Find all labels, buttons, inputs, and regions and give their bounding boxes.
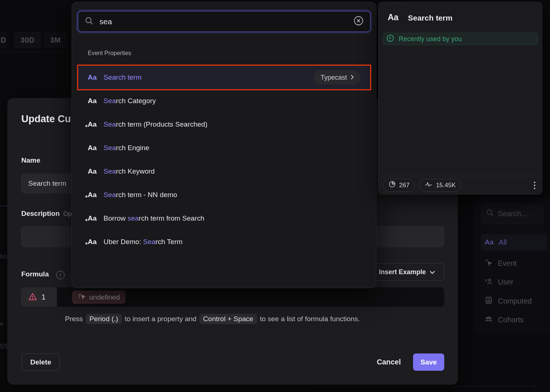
timeframe-button-3m[interactable]: 3M (44, 32, 67, 48)
sidebar-item-user[interactable]: User (481, 274, 547, 290)
custom-text-type-icon: Aa* (88, 120, 97, 128)
chart-gridline-fragment (0, 217, 7, 218)
section-label: Event Properties (88, 50, 131, 57)
property-title: Search term (408, 14, 452, 22)
chart-line-fragment (0, 206, 7, 206)
clock-icon (386, 34, 394, 44)
user-icon (485, 277, 493, 287)
info-icon[interactable]: i (56, 271, 65, 279)
chevron-down-icon (430, 268, 435, 276)
warning-icon (28, 293, 37, 302)
text-type-icon: Aa (388, 12, 398, 22)
custom-text-type-icon: Aa* (88, 214, 97, 222)
volume-stat-pill[interactable]: 15.45K (419, 179, 461, 192)
formula-hint: Press Period (.) to insert a property an… (65, 314, 432, 324)
result-row-search-term-nn-demo[interactable]: Aa* Search term - NN demo (78, 183, 370, 207)
custom-text-type-icon: Aa* (88, 191, 97, 199)
cancel-button[interactable]: Cancel (371, 353, 406, 371)
custom-property-icon (78, 293, 86, 301)
axis-label-partial-55: 55 (0, 342, 8, 351)
timeframe-button-partial[interactable]: D (0, 32, 7, 48)
save-button[interactable]: Save (413, 353, 444, 371)
calculator-icon (485, 296, 493, 306)
result-row-search-term-products[interactable]: Aa* Search term (Products Searched) (78, 113, 370, 136)
period-key-badge: Period (.) (86, 314, 122, 324)
result-row-borrow-search-term[interactable]: Aa* Borrow search term from Search (78, 207, 370, 230)
sidebar-item-event[interactable]: Event (481, 255, 547, 271)
modal-title: Update Cu (21, 113, 71, 125)
error-count-value: 1 (41, 293, 46, 301)
event-icon (485, 258, 493, 268)
formula-label: Formula (21, 270, 49, 278)
activity-icon (424, 181, 433, 189)
text-type-icon: Aa (88, 97, 97, 105)
pie-chart-icon (388, 181, 396, 190)
property-stats-footer: 267 15.45K (379, 176, 542, 194)
background-panel-line (534, 385, 535, 392)
typecast-button[interactable]: Typecast (314, 70, 361, 84)
text-type-icon: Aa (485, 238, 493, 246)
property-search-input[interactable] (99, 17, 348, 26)
undefined-property-token[interactable]: undefined (72, 291, 125, 304)
sidebar-item-computed[interactable]: Computed (481, 293, 547, 309)
text-type-icon: Aa (88, 73, 97, 81)
property-search-box[interactable] (78, 11, 370, 32)
custom-property-star: * (85, 124, 88, 131)
background-divider (0, 52, 72, 52)
insert-example-button[interactable]: Insert Example (370, 263, 444, 281)
text-type-icon: Aa (88, 144, 97, 152)
custom-property-star: * (85, 194, 88, 202)
property-type-sidebar: Aa All Event User Computed (474, 197, 550, 333)
property-detail-panel: Aa Search term Recently used by you 267 … (378, 2, 542, 195)
custom-property-star: * (85, 241, 88, 248)
background-panel-edge (308, 386, 536, 392)
results-list: Aa Search term Typecast Aa Search Catego… (78, 66, 370, 254)
name-label: Name (21, 156, 40, 164)
formula-error-count: 1 (21, 287, 57, 307)
axis-label-partial-e: e (0, 320, 3, 328)
delete-button[interactable]: Delete (22, 353, 60, 371)
result-row-uber-demo-search-term[interactable]: Aa* Uber Demo: Search Term (78, 230, 370, 254)
more-options-icon[interactable] (532, 179, 538, 191)
sidebar-search-input[interactable] (498, 210, 535, 218)
result-row-search-engine[interactable]: Aa Search Engine (78, 136, 370, 160)
text-type-icon: Aa (88, 167, 97, 175)
result-row-search-term[interactable]: Aa Search term Typecast (78, 66, 370, 89)
formula-input[interactable]: undefined (57, 287, 444, 307)
sidebar-search-box[interactable] (481, 203, 544, 224)
timeframe-button-30d[interactable]: 30D (14, 32, 41, 48)
result-row-search-keyword[interactable]: Aa Search Keyword (78, 160, 370, 183)
cardinality-stat-pill[interactable]: 267 (383, 179, 415, 192)
cohorts-icon (485, 315, 493, 325)
clear-search-icon[interactable] (354, 16, 363, 27)
search-icon (85, 17, 94, 27)
property-search-dropdown: Event Properties Aa Search term Typecast… (72, 2, 376, 288)
sidebar-item-cohorts[interactable]: Cohorts (481, 312, 547, 328)
custom-text-type-icon: Aa* (88, 238, 97, 246)
result-label: Search term (104, 73, 141, 81)
sidebar-item-all[interactable]: Aa All (481, 234, 547, 250)
search-icon (486, 209, 494, 218)
result-row-search-category[interactable]: Aa Search Category (78, 89, 370, 113)
custom-property-star: * (85, 218, 88, 225)
chevron-right-icon (351, 74, 354, 81)
recently-used-badge: Recently used by you (383, 33, 538, 45)
control-space-key-badge: Control + Space (199, 314, 257, 324)
